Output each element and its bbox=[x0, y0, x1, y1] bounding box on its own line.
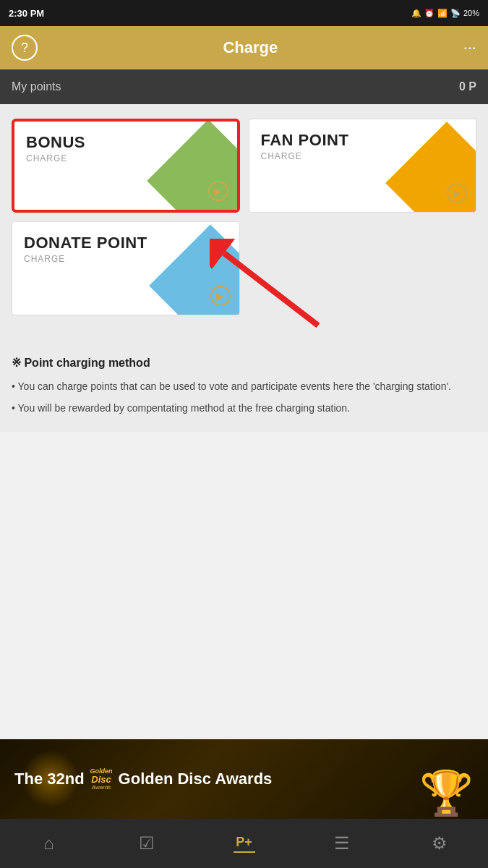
bonus-bg-shape bbox=[147, 119, 240, 213]
donate-arrow-button[interactable]: ▶ bbox=[210, 286, 231, 306]
banner-text-group: The 32nd Golden Disc Awards Golden Disc … bbox=[14, 767, 474, 791]
bottom-nav: ⌂ ☑ P+ ☰ ⚙ bbox=[0, 819, 488, 868]
nav-points[interactable]: P+ bbox=[195, 819, 293, 868]
bonus-label: BONUS CHARGE bbox=[26, 133, 85, 163]
points-icon: P+ bbox=[236, 835, 252, 850]
donate-subtitle: CHARGE bbox=[24, 254, 147, 264]
bonus-subtitle: CHARGE bbox=[26, 153, 85, 163]
fanpoint-label: FAN POINT CHARGE bbox=[261, 131, 349, 161]
my-points-value: 0 P bbox=[459, 80, 476, 93]
my-points-label: My points bbox=[12, 80, 61, 93]
bonus-card[interactable]: BONUS CHARGE ▶ bbox=[12, 119, 240, 213]
cards-bottom-row: DONATE POINT CHARGE ▶ bbox=[12, 221, 476, 315]
info-section: ※ Point charging method • You can charge… bbox=[0, 344, 488, 432]
notification-icon: 🔔 bbox=[411, 9, 421, 18]
info-title: ※ Point charging method bbox=[12, 356, 476, 370]
info-line1: • You can charge points that can be used… bbox=[12, 378, 476, 396]
nav-active-indicator bbox=[234, 851, 255, 853]
chat-button[interactable]: ··· bbox=[463, 38, 476, 57]
check-icon: ☑ bbox=[139, 833, 155, 854]
banner-number: The 32nd bbox=[14, 770, 85, 788]
fanpoint-arrow-button[interactable]: ▶ bbox=[447, 183, 467, 203]
settings-icon: ⚙ bbox=[432, 833, 448, 854]
donate-label: DONATE POINT CHARGE bbox=[24, 234, 147, 264]
status-icons: 🔔 ⏰ 📶 📡 20% bbox=[411, 9, 479, 18]
nav-list[interactable]: ☰ bbox=[293, 819, 390, 868]
donate-card[interactable]: DONATE POINT CHARGE ▶ bbox=[12, 221, 240, 315]
fanpoint-subtitle: CHARGE bbox=[261, 151, 349, 161]
nav-home[interactable]: ⌂ bbox=[0, 819, 98, 868]
banner-main-text: Golden Disc Awards bbox=[119, 770, 273, 788]
nav-settings[interactable]: ⚙ bbox=[390, 819, 488, 868]
info-line2: • You will be rewarded by compentating m… bbox=[12, 400, 476, 417]
header: ? Charge ··· bbox=[0, 26, 488, 69]
home-icon: ⌂ bbox=[43, 833, 54, 854]
banner-logo-sub: Awards bbox=[92, 784, 111, 791]
list-icon: ☰ bbox=[334, 833, 350, 854]
banner-logo: Golden Disc Awards bbox=[90, 767, 113, 791]
main-content: BONUS CHARGE ▶ FAN POINT CHARGE ▶ DONATE… bbox=[0, 104, 488, 344]
wifi-icon: 📶 bbox=[437, 9, 448, 18]
page-title: Charge bbox=[223, 38, 278, 57]
status-bar: 2:30 PM 🔔 ⏰ 📶 📡 20% bbox=[0, 0, 488, 26]
banner[interactable]: The 32nd Golden Disc Awards Golden Disc … bbox=[0, 739, 488, 819]
cards-grid: BONUS CHARGE ▶ FAN POINT CHARGE ▶ bbox=[12, 119, 476, 213]
fanpoint-card[interactable]: FAN POINT CHARGE ▶ bbox=[249, 119, 477, 213]
nav-check[interactable]: ☑ bbox=[98, 819, 195, 868]
banner-logo-main: Disc bbox=[91, 775, 111, 784]
fanpoint-title: FAN POINT bbox=[261, 131, 349, 150]
donate-title: DONATE POINT bbox=[24, 234, 147, 252]
bonus-title: BONUS bbox=[26, 133, 85, 152]
alarm-icon: ⏰ bbox=[424, 9, 435, 18]
bonus-arrow-button[interactable]: ▶ bbox=[208, 181, 228, 201]
status-time: 2:30 PM bbox=[9, 8, 44, 19]
my-points-bar: My points 0 P bbox=[0, 69, 488, 104]
help-icon: ? bbox=[21, 41, 28, 56]
battery-icon: 20% bbox=[463, 9, 479, 17]
signal-icon: 📡 bbox=[450, 9, 461, 18]
help-button[interactable]: ? bbox=[12, 35, 38, 61]
